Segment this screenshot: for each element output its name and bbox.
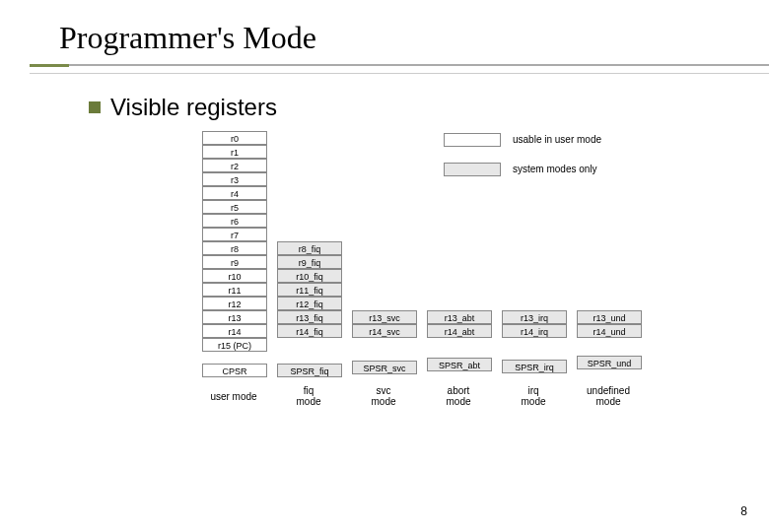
reg-spsr-svc: SPSR_svc <box>352 361 417 374</box>
reg-user-r9: r9 <box>202 255 267 269</box>
reg-user-r12: r12 <box>202 297 267 310</box>
square-bullet-icon <box>89 101 101 113</box>
reg-user-r5: r5 <box>202 200 267 214</box>
reg-user-r7: r7 <box>202 228 267 241</box>
reg-fiq-r13: r13_fiq <box>277 310 342 324</box>
reg-spsr-und: SPSR_und <box>577 356 642 369</box>
reg-abt-r13: r13_abt <box>427 310 492 324</box>
reg-user-r14: r14 <box>202 324 267 338</box>
reg-user-r11: r11 <box>202 283 267 297</box>
reg-und-r14: r14_und <box>577 324 642 338</box>
reg-cpsr: CPSR <box>202 364 267 377</box>
label-und-mode: undefined mode <box>574 385 643 407</box>
reg-und-r13: r13_und <box>577 310 642 324</box>
label-irq-mode: irq mode <box>499 385 568 407</box>
reg-user-r15: r15 (PC) <box>202 338 267 352</box>
reg-fiq-r11: r11_fiq <box>277 283 342 297</box>
accent-row <box>30 60 769 69</box>
reg-user-r1: r1 <box>202 145 267 159</box>
reg-user-r6: r6 <box>202 214 267 228</box>
reg-irq-r13: r13_irq <box>502 310 567 324</box>
reg-user-r13: r13 <box>202 310 267 324</box>
legend-usable-text: usable in user mode <box>513 134 601 145</box>
label-svc-mode: svc mode <box>349 385 418 407</box>
reg-fiq-r10: r10_fiq <box>277 269 342 283</box>
slide-title: Programmer's Mode <box>59 20 769 56</box>
reg-svc-r14: r14_svc <box>352 324 417 338</box>
bullet-row: Visible registers <box>89 94 769 121</box>
reg-abt-r14: r14_abt <box>427 324 492 338</box>
register-diagram: r0 r1 r2 r3 r4 r5 r6 r7 r8 r9 r10 r11 r1… <box>148 131 769 427</box>
label-fiq-mode: fiq mode <box>274 385 343 407</box>
reg-spsr-irq: SPSR_irq <box>502 360 567 373</box>
reg-user-r3: r3 <box>202 172 267 186</box>
reg-fiq-r12: r12_fiq <box>277 297 342 310</box>
subtitle: Visible registers <box>110 94 277 121</box>
page-number: 8 <box>740 504 747 518</box>
reg-user-r4: r4 <box>202 186 267 200</box>
reg-svc-r13: r13_svc <box>352 310 417 324</box>
label-user-mode: user mode <box>199 391 268 402</box>
reg-user-r10: r10 <box>202 269 267 283</box>
reg-user-r0: r0 <box>202 131 267 145</box>
reg-fiq-r9: r9_fiq <box>277 255 342 269</box>
title-rule-wrap <box>30 60 769 74</box>
reg-fiq-r8: r8_fiq <box>277 241 342 255</box>
accent-rule <box>30 64 69 67</box>
thin-rule <box>30 73 769 74</box>
reg-spsr-fiq: SPSR_fiq <box>277 364 342 377</box>
legend-system-text: system modes only <box>513 164 597 174</box>
reg-user-r8: r8 <box>202 241 267 255</box>
gray-rule <box>69 64 769 66</box>
reg-irq-r14: r14_irq <box>502 324 567 338</box>
reg-user-r2: r2 <box>202 159 267 172</box>
reg-spsr-abt: SPSR_abt <box>427 358 492 371</box>
label-abort-mode: abort mode <box>424 385 493 407</box>
legend-usable-box <box>444 133 501 147</box>
legend-system-box <box>444 163 501 176</box>
reg-fiq-r14: r14_fiq <box>277 324 342 338</box>
